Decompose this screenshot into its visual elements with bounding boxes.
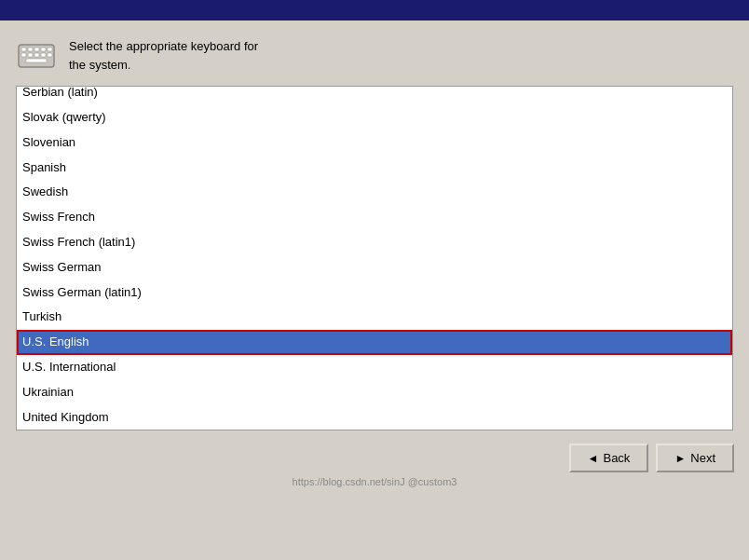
- svg-rect-8: [34, 53, 39, 57]
- list-item[interactable]: United Kingdom: [17, 405, 732, 430]
- next-icon: ►: [674, 452, 686, 465]
- list-item[interactable]: U.S. English: [17, 330, 732, 355]
- watermark: https://blog.csdn.net/sinJ @custom3: [15, 476, 734, 487]
- list-item[interactable]: Swiss German (latin1): [17, 280, 732, 306]
- back-button[interactable]: ◄ Back: [569, 444, 649, 472]
- list-item[interactable]: Slovak (qwerty): [17, 105, 732, 130]
- header-section: Select the appropriate keyboard for the …: [15, 32, 734, 75]
- list-item[interactable]: Serbian (latin): [17, 87, 732, 105]
- footer-wrapper: ◄ Back ► Next https://blog.csdn.net/sinJ…: [15, 444, 734, 487]
- header-text: Select the appropriate keyboard for the …: [69, 37, 258, 74]
- next-button[interactable]: ► Next: [656, 444, 734, 472]
- svg-rect-4: [41, 48, 46, 51]
- list-item[interactable]: Ukrainian: [17, 380, 732, 405]
- svg-rect-1: [21, 48, 26, 51]
- keyboard-icon: [15, 32, 58, 75]
- svg-rect-11: [26, 59, 47, 62]
- list-item[interactable]: Swiss French (latin1): [17, 230, 732, 255]
- list-item[interactable]: Swiss French: [17, 205, 732, 230]
- keyboard-list-container: PortugueseRomanianRussianSerbianSerbian …: [16, 86, 733, 430]
- back-label: Back: [603, 451, 630, 465]
- list-item[interactable]: U.S. International: [17, 355, 732, 380]
- svg-rect-7: [28, 53, 33, 57]
- list-item[interactable]: Turkish: [17, 305, 732, 330]
- svg-rect-2: [28, 48, 33, 51]
- svg-rect-6: [21, 53, 26, 57]
- svg-rect-5: [48, 48, 52, 51]
- list-item[interactable]: Swedish: [17, 180, 732, 205]
- list-item[interactable]: Swiss German: [17, 255, 732, 280]
- instruction-text: Select the appropriate keyboard for the …: [69, 39, 258, 72]
- back-icon: ◄: [588, 452, 599, 465]
- svg-rect-9: [41, 53, 46, 57]
- svg-rect-10: [48, 53, 52, 57]
- list-item[interactable]: Spanish: [17, 156, 732, 181]
- footer-section: ◄ Back ► Next: [15, 444, 734, 472]
- next-label: Next: [690, 451, 715, 465]
- keyboard-list-scroll[interactable]: PortugueseRomanianRussianSerbianSerbian …: [17, 87, 732, 430]
- svg-rect-3: [34, 48, 39, 51]
- main-container: Select the appropriate keyboard for the …: [0, 20, 749, 499]
- top-bar: [0, 0, 749, 20]
- list-item[interactable]: Slovenian: [17, 130, 732, 156]
